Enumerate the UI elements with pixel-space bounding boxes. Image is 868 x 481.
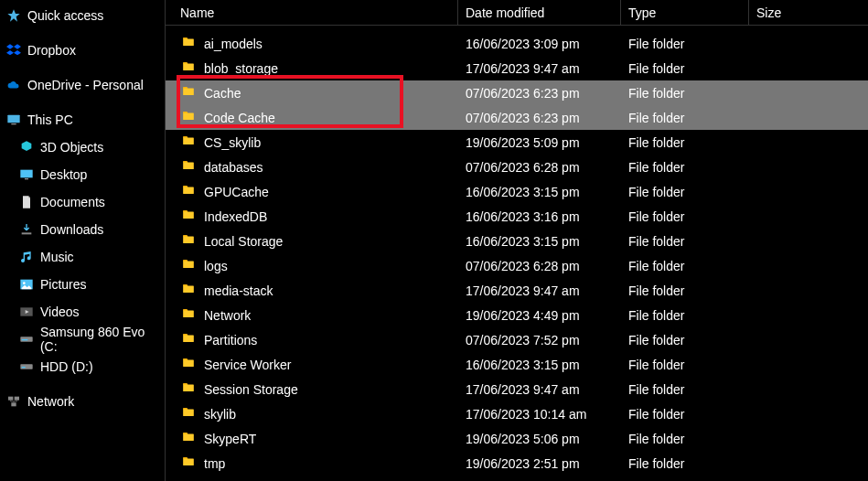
svg-point-7 (23, 282, 26, 284)
file-row[interactable]: Service Worker16/06/2023 3:15 pmFile fol… (166, 352, 868, 377)
file-date: 19/06/2023 5:06 pm (458, 432, 621, 446)
file-date: 16/06/2023 3:16 pm (458, 209, 621, 224)
file-type: File folder (621, 308, 749, 323)
file-name: Partitions (204, 333, 257, 347)
file-name: Local Storage (204, 234, 283, 249)
file-type: File folder (621, 61, 749, 76)
label: Quick access (27, 8, 103, 23)
file-name: logs (204, 259, 228, 273)
svg-marker-0 (7, 9, 19, 21)
file-date: 17/06/2023 9:47 am (458, 283, 621, 298)
svg-rect-3 (20, 170, 32, 178)
file-row[interactable]: databases07/06/2023 6:28 pmFile folder (166, 155, 868, 179)
label: Desktop (40, 167, 87, 182)
file-row[interactable]: tmp19/06/2023 2:51 pmFile folder (166, 451, 868, 476)
file-date: 17/06/2023 9:47 am (458, 382, 621, 397)
file-row[interactable]: Local Storage16/06/2023 3:15 pmFile fold… (166, 229, 868, 253)
file-row[interactable]: IndexedDB16/06/2023 3:16 pmFile folder (166, 204, 868, 229)
column-header-size[interactable]: Size (749, 0, 868, 25)
label: Dropbox (27, 43, 76, 58)
file-row[interactable]: SkypeRT19/06/2023 5:06 pmFile folder (166, 426, 868, 451)
svg-rect-5 (22, 232, 32, 234)
sidebar-dropbox[interactable]: Dropbox (0, 37, 165, 64)
file-type: File folder (621, 456, 749, 471)
folder-type-icon (18, 139, 35, 155)
label: Size (756, 5, 781, 20)
file-row[interactable]: Code Cache07/06/2023 6:23 pmFile folder (166, 105, 868, 130)
file-type: File folder (621, 209, 749, 224)
svg-rect-10 (22, 339, 28, 340)
file-name: SkypeRT (204, 432, 256, 446)
file-row[interactable]: skylib17/06/2023 10:14 amFile folder (166, 401, 868, 426)
file-name: Network (204, 308, 251, 323)
label: Downloads (40, 222, 103, 237)
file-list[interactable]: ai_models16/06/2023 3:09 pmFile folderbl… (166, 26, 868, 481)
folder-icon (180, 134, 197, 150)
file-name: Cache (204, 86, 241, 101)
file-row[interactable]: blob_storage17/06/2023 9:47 amFile folde… (166, 56, 868, 80)
file-type: File folder (621, 160, 749, 175)
label: Type (628, 5, 656, 20)
svg-rect-12 (22, 367, 26, 368)
file-date: 07/06/2023 6:28 pm (458, 259, 621, 273)
file-row[interactable]: GPUCache16/06/2023 3:15 pmFile folder (166, 179, 868, 204)
sidebar-quick-access[interactable]: Quick access (0, 2, 165, 29)
file-type: File folder (621, 358, 749, 372)
folder-icon (180, 110, 197, 125)
file-row[interactable]: logs07/06/2023 6:28 pmFile folder (166, 253, 868, 278)
sidebar-pc-item[interactable]: Documents (0, 188, 165, 216)
folder-icon (180, 184, 197, 199)
file-row[interactable]: ai_models16/06/2023 3:09 pmFile folder (166, 31, 868, 56)
sidebar-pc-item[interactable]: Pictures (0, 271, 165, 298)
folder-icon (180, 159, 197, 175)
sidebar-pc-item[interactable]: Videos (0, 298, 165, 326)
file-date: 16/06/2023 3:15 pm (458, 185, 621, 199)
sidebar-onedrive[interactable]: OneDrive - Personal (0, 71, 165, 99)
file-name: ai_models (204, 37, 263, 51)
folder-icon (180, 258, 197, 273)
dropbox-icon (5, 42, 22, 59)
svg-rect-13 (8, 397, 13, 401)
file-name: Session Storage (204, 382, 298, 397)
sidebar-this-pc[interactable]: This PC (0, 106, 165, 134)
file-type: File folder (621, 234, 749, 249)
sidebar-pc-item[interactable]: Desktop (0, 161, 165, 188)
label: Date modified (466, 5, 544, 20)
star-icon (5, 7, 22, 24)
file-name: blob_storage (204, 61, 278, 76)
file-type: File folder (621, 185, 749, 199)
file-row[interactable]: CS_skylib19/06/2023 5:09 pmFile folder (166, 130, 868, 155)
folder-icon (180, 455, 197, 471)
folder-type-icon (18, 276, 35, 293)
folder-type-icon (18, 194, 35, 210)
folder-icon (180, 283, 197, 298)
sidebar-network[interactable]: Network (0, 388, 165, 415)
label: Samsung 860 Evo (C: (40, 325, 165, 354)
file-row[interactable]: media-stack17/06/2023 9:47 amFile folder (166, 278, 868, 303)
file-row[interactable]: Network19/06/2023 4:49 pmFile folder (166, 303, 868, 327)
sidebar-pc-item[interactable]: HDD (D:) (0, 353, 165, 380)
sidebar-pc-item[interactable]: Music (0, 243, 165, 271)
column-header-date[interactable]: Date modified (458, 0, 621, 25)
folder-icon (180, 208, 197, 224)
sidebar-pc-item[interactable]: 3D Objects (0, 134, 165, 161)
folder-type-icon (18, 166, 35, 183)
file-type: File folder (621, 135, 749, 150)
column-header-row: Name Date modified Type Size (166, 0, 868, 26)
file-row[interactable]: Session Storage17/06/2023 9:47 amFile fo… (166, 377, 868, 401)
folder-icon (180, 406, 197, 422)
column-header-name[interactable]: Name (166, 0, 458, 25)
file-date: 16/06/2023 3:09 pm (458, 37, 621, 51)
sidebar-pc-item[interactable]: Samsung 860 Evo (C: (0, 326, 165, 353)
file-name: CS_skylib (204, 135, 261, 150)
label: Network (27, 394, 74, 409)
file-date: 07/06/2023 6:23 pm (458, 86, 621, 101)
label: Pictures (40, 277, 87, 292)
file-row[interactable]: Partitions07/06/2023 7:52 pmFile folder (166, 327, 868, 352)
file-row[interactable]: Cache07/06/2023 6:23 pmFile folder (166, 80, 868, 105)
folder-icon (180, 431, 197, 446)
file-date: 19/06/2023 5:09 pm (458, 135, 621, 150)
folder-icon (180, 60, 197, 76)
sidebar-pc-item[interactable]: Downloads (0, 216, 165, 243)
column-header-type[interactable]: Type (621, 0, 749, 25)
